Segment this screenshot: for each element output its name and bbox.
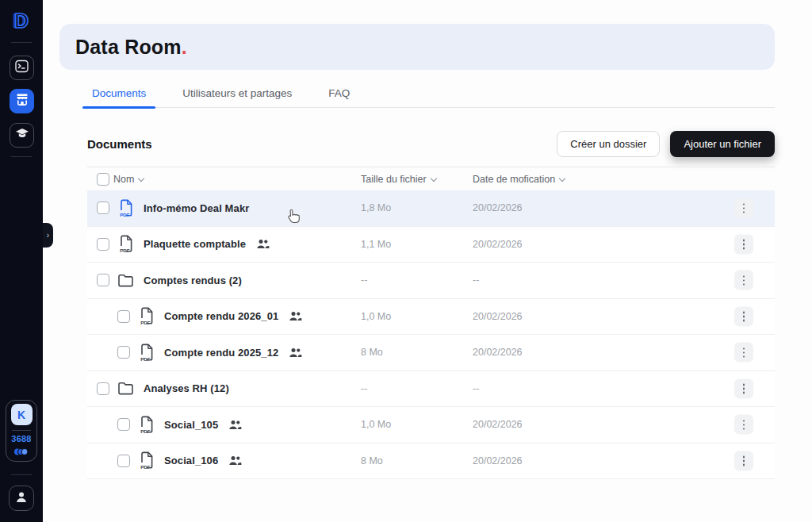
main-content: Data Room. Documents Utilisateurs et par… [43, 0, 812, 522]
add-file-button[interactable]: Ajouter un fichier [670, 131, 775, 157]
tab-users-shares[interactable]: Utilisateurs et partages [178, 84, 297, 107]
file-size: 1,8 Mo [361, 202, 391, 213]
row-checkbox[interactable] [117, 346, 130, 359]
sidebar: D K 3688 [0, 0, 43, 522]
shared-users-icon [289, 311, 302, 321]
svg-text:PDF: PDF [140, 464, 151, 470]
file-size: 8 Mo [361, 347, 383, 358]
row-menu-button[interactable] [734, 234, 753, 254]
row-menu-button[interactable] [734, 451, 753, 470]
table-row[interactable]: PDF Info-mémo Deal Makr 1,8 Mo 20/02/202… [87, 190, 775, 227]
file-date: 20/02/2026 [473, 311, 523, 322]
app-logo[interactable]: D [0, 6, 43, 35]
file-name: Plaquette comptable [144, 238, 246, 250]
page-banner: Data Room. [59, 24, 775, 70]
folder-icon [117, 382, 134, 395]
row-checkbox[interactable] [117, 418, 130, 431]
file-size: 1,0 Mo [361, 311, 391, 322]
sidebar-divider [11, 42, 32, 43]
row-checkbox[interactable] [117, 310, 130, 323]
title-accent-dot: . [182, 36, 187, 58]
pdf-icon: PDF [117, 235, 134, 253]
sidebar-item-store[interactable] [10, 89, 34, 113]
section-heading: Documents [87, 137, 152, 151]
credits-amount: 3688 [11, 434, 31, 443]
tab-documents[interactable]: Documents [87, 84, 151, 107]
terminal-icon [15, 59, 29, 76]
svg-text:PDF: PDF [140, 320, 151, 325]
column-header-size[interactable]: Taille du fichier [361, 174, 436, 185]
file-name: Compte rendu 2025_12 [164, 347, 278, 359]
row-menu-button[interactable] [734, 271, 753, 290]
pdf-icon: PDF [138, 344, 155, 362]
file-date: 20/02/2026 [473, 419, 523, 430]
pdf-icon: PDF [138, 307, 155, 325]
row-checkbox[interactable] [97, 274, 109, 286]
file-date: 20/02/2026 [473, 239, 523, 250]
table-row[interactable]: PDF Social_105 1,0 Mo 20/02/2026 [87, 407, 775, 443]
credits-divider [12, 430, 31, 431]
user-icon [15, 491, 28, 506]
select-all-checkbox[interactable] [97, 173, 109, 186]
shared-users-icon [228, 420, 242, 430]
column-header-name[interactable]: Nom [113, 174, 144, 185]
svg-text:PDF: PDF [120, 248, 130, 253]
table-row[interactable]: PDF Compte rendu 2026_01 1,0 Mo 20/02/20… [87, 299, 775, 336]
column-header-date[interactable]: Date de mofication [473, 174, 565, 185]
row-menu-button[interactable] [734, 306, 753, 326]
coins-icon [13, 444, 29, 459]
sort-caret-icon [138, 175, 144, 181]
pdf-icon: PDF [117, 199, 134, 217]
file-name: Social_106 [164, 455, 218, 466]
row-menu-button[interactable] [734, 378, 753, 398]
table-row[interactable]: Analyses RH (12) -- -- [87, 371, 775, 408]
file-size: 1,1 Mo [361, 239, 391, 250]
svg-text:PDF: PDF [140, 428, 151, 433]
file-name: Social_105 [164, 419, 218, 431]
row-checkbox[interactable] [97, 382, 109, 395]
file-size: -- [361, 274, 367, 286]
row-checkbox[interactable] [97, 238, 109, 251]
row-menu-button[interactable] [734, 343, 753, 363]
credits-k-badge: K [11, 404, 33, 425]
sidebar-item-education[interactable] [10, 123, 34, 148]
row-menu-button[interactable] [734, 198, 753, 218]
shared-users-icon [289, 347, 302, 358]
table-body: PDF Info-mémo Deal Makr 1,8 Mo 20/02/202… [87, 190, 775, 479]
pdf-icon: PDF [138, 416, 155, 434]
graduation-cap-icon [15, 128, 29, 143]
documents-table: Nom Taille du fichier Date de mofication… [87, 167, 775, 479]
file-name: Compte rendu 2026_01 [164, 310, 278, 322]
tab-faq[interactable]: FAQ [324, 84, 354, 107]
file-name: Comptes rendus (2) [144, 274, 242, 286]
sidebar-divider [11, 474, 32, 475]
file-size: 8 Mo [361, 455, 383, 466]
credits-widget[interactable]: K 3688 [6, 400, 37, 462]
table-row[interactable]: PDF Social_106 8 Mo 20/02/2026 [87, 443, 775, 480]
file-name: Info-mémo Deal Makr [144, 202, 249, 214]
sidebar-expand-toggle[interactable]: › [43, 223, 53, 248]
file-name: Analyses RH (12) [144, 382, 229, 394]
table-row[interactable]: Comptes rendus (2) -- -- [87, 263, 775, 299]
tab-bar: Documents Utilisateurs et partages FAQ [87, 84, 775, 108]
shared-users-icon [228, 455, 242, 466]
user-profile-button[interactable] [9, 486, 34, 511]
sort-caret-icon [430, 175, 436, 181]
sort-caret-icon [559, 175, 565, 181]
table-header: Nom Taille du fichier Date de mofication [87, 167, 775, 190]
shared-users-icon [256, 239, 270, 249]
file-date: -- [473, 274, 479, 286]
sidebar-divider [11, 156, 32, 157]
svg-text:PDF: PDF [140, 355, 151, 361]
row-checkbox[interactable] [117, 455, 130, 467]
row-checkbox[interactable] [97, 202, 109, 214]
table-row[interactable]: PDF Compte rendu 2025_12 8 Mo 20/02/2026 [87, 335, 775, 371]
row-menu-button[interactable] [734, 415, 753, 435]
page-title: Data Room. [75, 36, 187, 59]
pdf-icon: PDF [138, 451, 155, 470]
table-row[interactable]: PDF Plaquette comptable 1,1 Mo 20/02/202… [87, 227, 775, 263]
sidebar-item-terminal[interactable] [10, 56, 34, 80]
file-date: -- [473, 383, 479, 394]
file-date: 20/02/2026 [473, 455, 523, 466]
create-folder-button[interactable]: Créer un dossier [557, 131, 660, 157]
